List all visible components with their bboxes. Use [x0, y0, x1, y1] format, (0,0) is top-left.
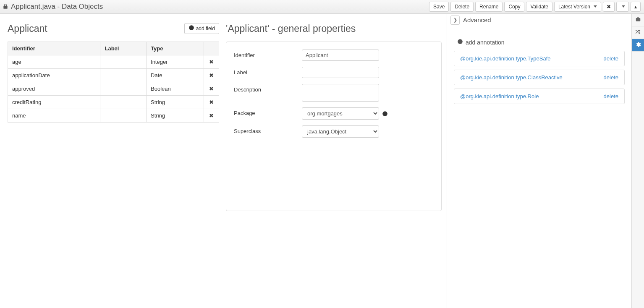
close-icon: ✖ — [209, 59, 214, 65]
description-label: Description — [234, 84, 302, 93]
properties-title: 'Applicant' - general properties — [226, 23, 356, 34]
close-icon: ✖ — [209, 86, 214, 92]
annotation-item: @org.kie.api.definition.type.Roledelete — [454, 89, 625, 104]
cell-type: String — [147, 109, 204, 123]
chevron-up-icon: ▴ — [634, 3, 637, 10]
shuffle-icon — [635, 29, 641, 36]
description-input[interactable] — [302, 84, 379, 102]
cell-identifier: age — [8, 55, 100, 69]
delete-field-button[interactable]: ✖ — [204, 69, 219, 82]
add-annotation-button[interactable]: add annotation — [457, 39, 505, 46]
annotation-link[interactable]: @org.kie.api.definition.type.TypeSafe — [460, 55, 551, 62]
cell-label — [100, 69, 147, 82]
delete-button[interactable]: Delete — [450, 2, 474, 12]
dropdown-button[interactable] — [616, 2, 629, 12]
annotation-delete-link[interactable]: delete — [604, 55, 618, 62]
delete-field-button[interactable]: ✖ — [204, 82, 219, 96]
annotation-link[interactable]: @org.kie.api.definition.type.Role — [460, 93, 539, 99]
add-annotation-label: add annotation — [466, 39, 505, 46]
col-label: Label — [100, 42, 147, 55]
superclass-label: Superclass — [234, 125, 302, 134]
delete-field-button[interactable]: ✖ — [204, 109, 219, 123]
add-field-label: add field — [196, 25, 215, 32]
annotation-delete-link[interactable]: delete — [604, 93, 618, 99]
package-select[interactable]: org.mortgages — [302, 107, 379, 120]
advanced-title: Advanced — [463, 16, 491, 23]
superclass-select[interactable]: java.lang.Object — [302, 125, 379, 138]
cell-type: Integer — [147, 55, 204, 69]
cell-label — [100, 109, 147, 123]
cell-label — [100, 96, 147, 109]
cell-type: Date — [147, 69, 204, 82]
object-title: Applicant — [8, 23, 47, 34]
table-row[interactable]: nameString✖ — [8, 109, 219, 123]
delete-field-button[interactable]: ✖ — [204, 55, 219, 69]
tool-briefcase[interactable] — [632, 14, 644, 26]
package-label: Package — [234, 107, 302, 116]
table-row[interactable]: approvedBoolean✖ — [8, 82, 219, 96]
add-package-button[interactable] — [382, 110, 388, 117]
properties-panel: Identifier Label Description Package org… — [226, 42, 442, 211]
close-icon: ✖ — [209, 112, 214, 119]
chevron-right-icon: ❯ — [453, 17, 457, 23]
cell-type: String — [147, 96, 204, 109]
cell-label — [100, 82, 147, 96]
annotation-link[interactable]: @org.kie.api.definition.type.ClassReacti… — [460, 74, 563, 81]
rename-button[interactable]: Rename — [475, 2, 503, 12]
cell-identifier: applicationDate — [8, 69, 100, 82]
tool-settings[interactable] — [632, 39, 644, 52]
validate-button[interactable]: Validate — [526, 2, 552, 12]
advanced-panel: ❯ Advanced add annotation @org.kie.api.d… — [447, 14, 631, 308]
cell-identifier: name — [8, 109, 100, 123]
delete-field-button[interactable]: ✖ — [204, 96, 219, 109]
fields-table: Identifier Label Type ageInteger✖applica… — [8, 42, 219, 123]
gear-icon — [635, 42, 641, 49]
table-row[interactable]: applicationDateDate✖ — [8, 69, 219, 82]
annotation-item: @org.kie.api.definition.type.ClassReacti… — [454, 70, 625, 85]
editor-title: Applicant.java - Data Objects — [11, 3, 103, 11]
add-field-button[interactable]: add field — [184, 23, 219, 34]
close-editor-button[interactable]: ✖ — [603, 2, 615, 12]
save-button[interactable]: Save — [429, 2, 449, 12]
close-icon: ✖ — [209, 72, 214, 78]
close-icon: ✖ — [607, 3, 611, 10]
cell-identifier: creditRating — [8, 96, 100, 109]
toolbar-actions: Save Delete Rename Copy Validate Latest … — [429, 2, 641, 12]
collapse-up-button[interactable]: ▴ — [631, 2, 641, 12]
col-type: Type — [147, 42, 204, 55]
plus-icon — [457, 39, 463, 46]
identifier-input[interactable] — [302, 50, 379, 61]
tool-shuffle[interactable] — [632, 26, 644, 39]
tool-rail — [631, 14, 644, 308]
editor-toolbar: Applicant.java - Data Objects Save Delet… — [0, 0, 644, 14]
identifier-label: Identifier — [234, 50, 302, 58]
latest-version-button[interactable]: Latest Version — [554, 2, 601, 12]
close-icon: ✖ — [209, 99, 214, 105]
table-row[interactable]: ageInteger✖ — [8, 55, 219, 69]
annotation-delete-link[interactable]: delete — [604, 74, 618, 81]
cell-label — [100, 55, 147, 69]
copy-button[interactable]: Copy — [504, 2, 524, 12]
label-input[interactable] — [302, 67, 379, 78]
briefcase-icon — [635, 16, 641, 23]
lock-icon — [3, 3, 8, 10]
collapse-advanced-button[interactable]: ❯ — [450, 16, 460, 25]
col-actions — [204, 42, 219, 55]
cell-identifier: approved — [8, 82, 100, 96]
cell-type: Boolean — [147, 82, 204, 96]
table-row[interactable]: creditRatingString✖ — [8, 96, 219, 109]
annotation-item: @org.kie.api.definition.type.TypeSafedel… — [454, 51, 625, 66]
col-identifier: Identifier — [8, 42, 100, 55]
plus-icon — [188, 25, 194, 33]
label-label: Label — [234, 67, 302, 76]
